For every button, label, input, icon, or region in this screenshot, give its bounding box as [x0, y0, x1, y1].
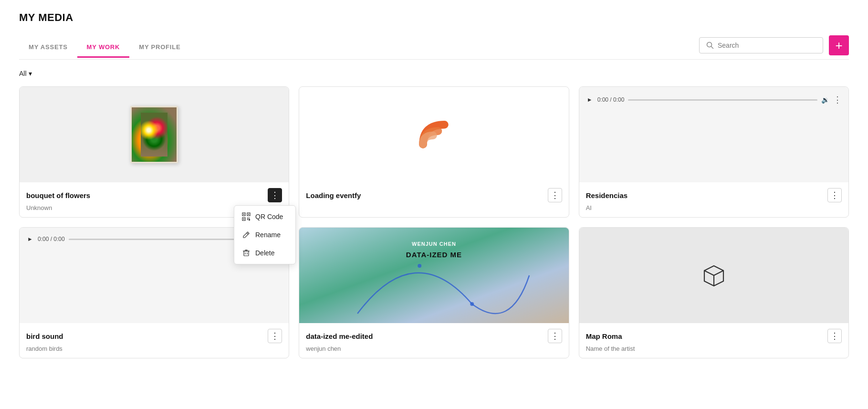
filter-label: All	[19, 70, 27, 77]
card-title-data-ized: data-ized me-edited	[306, 332, 373, 340]
context-menu-delete[interactable]: Delete	[234, 244, 295, 262]
audio-player-residencias: ► 0:00 / 0:00 🔉 ⋮	[579, 87, 848, 182]
audio-progress-residencias[interactable]	[628, 99, 817, 101]
context-menu-delete-label: Delete	[255, 249, 274, 257]
svg-rect-16	[247, 219, 248, 220]
context-menu-rename-label: Rename	[255, 231, 281, 239]
context-menu-rename[interactable]: Rename	[234, 226, 295, 244]
eventfy-logo	[412, 112, 455, 157]
card-title-row-residencias: Residencias ⋮	[586, 188, 842, 202]
card-data-ized: WENJUN CHEN DATA-IZED ME data-ized me-ed…	[299, 227, 569, 358]
data-ized-image: WENJUN CHEN DATA-IZED ME	[299, 228, 568, 323]
tabs: MY ASSETS MY WORK MY PROFILE	[19, 38, 190, 57]
card-title-row-bouquet: bouquet of flowers ⋮	[26, 188, 282, 202]
audio-time-residencias: 0:00 / 0:00	[597, 96, 625, 103]
search-input[interactable]	[718, 42, 816, 49]
audio-time-bird-sound: 0:00 / 0:00	[38, 236, 65, 242]
svg-line-6	[714, 271, 723, 275]
search-box[interactable]	[699, 37, 823, 53]
play-button-residencias[interactable]: ►	[586, 96, 594, 104]
svg-point-3	[470, 302, 474, 306]
chevron-down-icon: ▾	[29, 70, 32, 77]
context-menu: QR Code Rename Delete	[234, 205, 296, 264]
card-title-row-bird-sound: bird sound ⋮	[26, 329, 282, 343]
svg-line-5	[704, 271, 714, 275]
card-title-row-map-roma: Map Roma ⋮	[586, 329, 842, 343]
page-container: MY MEDIA MY ASSETS MY WORK MY PROFILE + …	[0, 0, 868, 370]
card-media-eventfy	[299, 87, 568, 182]
context-menu-qr-label: QR Code	[255, 213, 283, 220]
card-title-residencias: Residencias	[586, 191, 628, 199]
svg-line-1	[711, 47, 713, 49]
card-bouquet-of-flowers: bouquet of flowers ⋮ Unknown	[19, 86, 289, 218]
top-bar: MY ASSETS MY WORK MY PROFILE +	[19, 35, 849, 60]
context-menu-qr-code[interactable]: QR Code	[234, 208, 295, 226]
search-icon	[706, 42, 714, 49]
card-title-bird-sound: bird sound	[26, 332, 63, 340]
svg-rect-17	[249, 219, 250, 220]
audio-more-residencias[interactable]: ⋮	[833, 94, 842, 105]
card-title-map-roma: Map Roma	[586, 332, 622, 340]
svg-rect-9	[243, 214, 244, 215]
more-button-bouquet[interactable]: ⋮	[268, 188, 282, 202]
filter-row: All ▾	[19, 69, 849, 78]
more-button-map-roma[interactable]: ⋮	[827, 329, 842, 343]
card-title-row-data-ized: data-ized me-edited ⋮	[306, 329, 562, 343]
svg-rect-11	[248, 214, 249, 215]
add-button[interactable]: +	[829, 35, 849, 55]
tab-my-assets[interactable]: MY ASSETS	[19, 38, 77, 58]
card-info-residencias: Residencias ⋮ AI	[579, 182, 848, 217]
tab-my-profile[interactable]: MY PROFILE	[129, 38, 190, 58]
media-grid: bouquet of flowers ⋮ Unknown	[19, 86, 849, 358]
card-info-bird-sound: bird sound ⋮ random birds	[20, 323, 289, 358]
card-media-bouquet	[20, 87, 289, 182]
volume-icon-residencias[interactable]: 🔉	[821, 96, 829, 104]
card-subtitle-bird-sound: random birds	[26, 345, 282, 352]
pencil-icon	[242, 231, 251, 239]
card-subtitle-residencias: AI	[586, 204, 842, 211]
tab-my-work[interactable]: MY WORK	[77, 38, 130, 58]
svg-rect-19	[244, 251, 249, 256]
card-info-map-roma: Map Roma ⋮ Name of the artist	[579, 323, 848, 358]
svg-rect-14	[247, 218, 248, 219]
cube-icon-map-roma	[700, 261, 728, 290]
card-info-eventfy: Loading eventfy ⋮	[299, 182, 568, 210]
more-button-bird-sound[interactable]: ⋮	[268, 329, 282, 343]
filter-dropdown[interactable]: All ▾	[19, 70, 32, 77]
card-subtitle-map-roma: Name of the artist	[586, 345, 842, 352]
card-loading-eventfy: Loading eventfy ⋮	[299, 86, 569, 218]
card-title-bouquet: bouquet of flowers	[26, 191, 90, 199]
svg-point-2	[418, 264, 421, 268]
qr-icon	[242, 212, 251, 221]
card-residencias: ► 0:00 / 0:00 🔉 ⋮ Residencias ⋮ AI	[579, 86, 849, 218]
trash-icon	[242, 249, 251, 257]
more-button-eventfy[interactable]: ⋮	[548, 188, 562, 202]
more-button-data-ized[interactable]: ⋮	[548, 329, 562, 343]
svg-rect-15	[249, 218, 250, 219]
card-info-data-ized: data-ized me-edited ⋮ wenjun chen	[299, 323, 568, 358]
card-map-roma: Map Roma ⋮ Name of the artist	[579, 227, 849, 358]
svg-rect-13	[243, 219, 244, 220]
card-media-residencias: ► 0:00 / 0:00 🔉 ⋮	[579, 87, 848, 182]
top-right-actions: +	[699, 35, 849, 59]
play-button-bird-sound[interactable]: ►	[26, 235, 34, 243]
bouquet-image	[130, 106, 178, 163]
card-title-row-eventfy: Loading eventfy ⋮	[306, 188, 562, 202]
card-media-data-ized: WENJUN CHEN DATA-IZED ME	[299, 228, 568, 323]
more-button-residencias[interactable]: ⋮	[827, 188, 842, 202]
card-title-eventfy: Loading eventfy	[306, 191, 361, 199]
card-subtitle-data-ized: wenjun chen	[306, 345, 562, 352]
card-media-map-roma	[579, 228, 848, 323]
svg-line-18	[247, 233, 248, 234]
page-title: MY MEDIA	[19, 11, 849, 24]
